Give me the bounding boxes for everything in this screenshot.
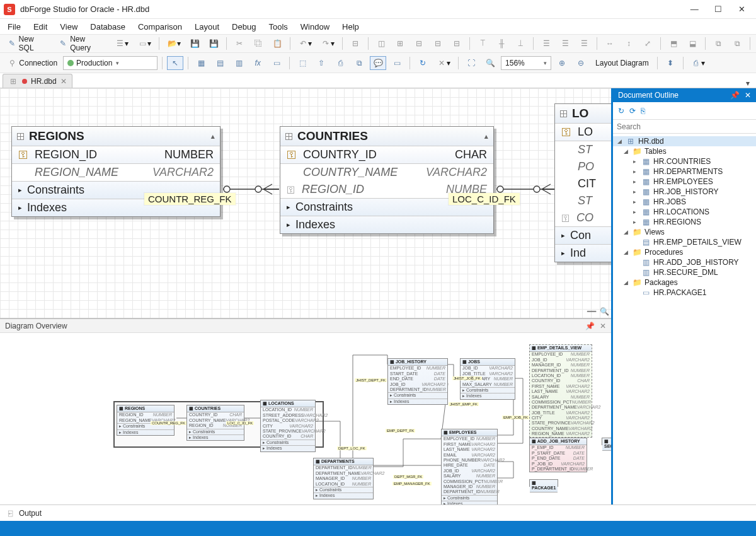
tab-hr-dbd[interactable]: ⊞ HR.dbd ✕ <box>3 74 72 88</box>
export-button[interactable]: ⇧ <box>313 56 329 70</box>
menu-comparison[interactable]: Comparison <box>135 21 185 33</box>
new-query-button[interactable]: ✎ New Query <box>55 37 110 50</box>
ov-employees[interactable]: ▦ EMPLOYEESEMPLOYEE_IDNUMBERFIRST_NAMEVA… <box>441 429 498 504</box>
size-3[interactable]: ⤢ <box>639 37 656 50</box>
refresh-icon[interactable]: ↻ <box>618 107 624 115</box>
delete-button[interactable]: ✕▾ <box>433 56 454 70</box>
expand-icon[interactable]: ▸ <box>561 249 565 257</box>
menu-file[interactable]: File <box>5 21 23 33</box>
pin-icon[interactable]: 📌 <box>730 91 740 100</box>
menu-edit[interactable]: Edit <box>31 21 50 33</box>
copy-button[interactable]: ⿻ <box>250 37 266 50</box>
undo-button[interactable]: ↶▾ <box>295 37 315 50</box>
maximize-button[interactable]: ☐ <box>707 4 729 14</box>
tree-node[interactable]: ▸▦HR.DEPARTMENTS <box>613 166 756 177</box>
tree-node[interactable]: ▥HR.ADD_JOB_HISTORY <box>613 257 756 267</box>
entity-countries[interactable]: COUNTRIES▴ COUNTRY_IDCHAR COUNTRY_NAMEVA… <box>280 126 494 234</box>
ov-add-job-history[interactable]: ▦ ADD_JOB_HISTORYP_EMP_IDNUMBERP_START_D… <box>529 438 587 472</box>
dropdown-1[interactable]: ☰▾ <box>112 37 132 50</box>
dropdown-2[interactable]: ▭▾ <box>134 37 154 50</box>
tab-close-button[interactable]: ✕ <box>60 77 67 86</box>
align-left-button[interactable]: ⊟ <box>347 37 364 50</box>
ov-job-history[interactable]: ▦ JOB_HISTORYEMPLOYEE_IDNUMBERSTART_DATE… <box>387 358 448 405</box>
ov-secure-dml[interactable]: ▦ SECURE_DML <box>602 438 611 445</box>
redo-button[interactable]: ↷▾ <box>318 37 338 50</box>
collapse-icon[interactable]: ▴ <box>211 132 215 141</box>
tree-node[interactable]: ▸▦HR.REGIONS <box>613 217 756 227</box>
dist-v[interactable]: ☰ <box>557 37 573 50</box>
ov-regions[interactable]: ▦ REGIONSREGION_IDNUMBERREGION_NAMEVARCH… <box>117 405 175 436</box>
save-all-button[interactable]: 💾 <box>205 37 222 50</box>
pkg-button[interactable]: ▭ <box>268 56 285 70</box>
layout-btn-2[interactable]: ⊞ <box>392 37 408 50</box>
tree-node[interactable]: ▸▦HR.JOB_HISTORY <box>613 187 756 197</box>
tree-node[interactable]: ▸▦HR.LOCATIONS <box>613 207 756 217</box>
container-button[interactable]: ⬚ <box>294 56 311 70</box>
cut-button[interactable]: ✂ <box>231 37 248 50</box>
ov-package1[interactable]: ▦ PACKAGE1 <box>529 479 558 487</box>
panel-close-icon[interactable]: ✕ <box>745 91 751 100</box>
nav-icon[interactable]: ⎘ <box>641 107 645 115</box>
layout-btn-4[interactable]: ⊟ <box>430 37 446 50</box>
ov-departments[interactable]: ▦ DEPARTMENTSDEPARTMENT_IDNUMBERDEPARTME… <box>313 458 374 499</box>
new-proc-button[interactable]: ▥ <box>231 56 247 70</box>
color-button[interactable]: ▭ <box>389 56 405 70</box>
print-button[interactable]: ⎙▾ <box>688 56 708 70</box>
tree-node[interactable]: ◢📁Tables <box>613 146 756 156</box>
fk-label-countr-reg[interactable]: COUNTR_REG_FK <box>144 193 236 205</box>
dist-h[interactable]: ☰ <box>538 37 554 50</box>
size-2[interactable]: ↕ <box>621 37 637 50</box>
minimize-button[interactable]: — <box>684 4 705 14</box>
size-1[interactable]: ↔ <box>602 37 618 50</box>
tabs-dropdown[interactable]: ▾ <box>742 79 753 88</box>
align-t[interactable]: ⟙ <box>474 37 491 50</box>
pin-icon[interactable]: 📌 <box>585 322 595 330</box>
menu-layout[interactable]: Layout <box>192 21 222 33</box>
link-2[interactable]: ⧉ <box>729 37 745 50</box>
layout-btn-5[interactable]: ⊟ <box>449 37 465 50</box>
note-button[interactable]: 💬 <box>370 56 386 70</box>
search-icon[interactable]: 🔍 <box>600 307 609 316</box>
overview-canvas[interactable]: ▦ REGIONSREGION_IDNUMBERREGION_NAMEVARCH… <box>0 333 611 504</box>
fk-label-loc-c-id[interactable]: LOC_C_ID_FK <box>449 193 520 205</box>
ov-emp-details-view[interactable]: ▦ EMP_DETAILS_VIEWEMPLOYEE_IDNUMBERJOB_I… <box>529 344 592 438</box>
menu-window[interactable]: Window <box>298 21 332 33</box>
outline-tree[interactable]: ◢⊞HR.dbd◢📁Tables▸▦HR.COUNTRIES▸▦HR.DEPAR… <box>613 134 756 504</box>
align-m[interactable]: ╫ <box>493 37 510 50</box>
zoom-select[interactable]: 156% ▾ <box>501 56 551 70</box>
new-sql-button[interactable]: ✎ New SQL <box>4 37 53 50</box>
expand-icon[interactable]: ▸ <box>287 221 290 229</box>
entity-locations[interactable]: LO LO ST PO CIT ST CO ▸Con ▸Ind <box>554 103 611 262</box>
paste-button[interactable]: 📋 <box>269 37 285 50</box>
tree-node[interactable]: ◢📁Packages <box>613 277 756 288</box>
close-button[interactable]: ✕ <box>731 4 752 14</box>
arrange-1[interactable]: ⬒ <box>665 37 682 50</box>
new-view-button[interactable]: ▤ <box>212 56 228 70</box>
menu-database[interactable]: Database <box>88 21 128 33</box>
new-table-button[interactable]: ▦ <box>193 56 209 70</box>
stamp-button[interactable]: ⎙ <box>332 56 348 70</box>
expand-icon[interactable]: ▸ <box>561 231 565 240</box>
expand-icon[interactable]: ▸ <box>287 203 290 211</box>
expand-icon[interactable]: ▸ <box>18 204 22 212</box>
sync-icon[interactable]: ⟳ <box>629 107 636 115</box>
tree-node[interactable]: ▸▦HR.JOBS <box>613 197 756 207</box>
zoom-fit-button[interactable]: ⛶ <box>463 56 479 70</box>
diagram-canvas[interactable]: REGIONS▴ REGION_IDNUMBER REGION_NAMEVARC… <box>0 88 611 318</box>
menu-debug[interactable]: Debug <box>229 21 258 33</box>
pointer-tool[interactable]: ↖ <box>167 56 183 70</box>
layout-opt-button[interactable]: ⬍ <box>662 56 679 70</box>
tree-node[interactable]: ◢📁Views <box>613 227 756 237</box>
panel-close-icon[interactable]: ✕ <box>600 322 606 330</box>
align-b[interactable]: ⟘ <box>512 37 529 50</box>
tree-node[interactable]: ▭HR.PACKAGE1 <box>613 288 756 298</box>
dist-3[interactable]: ☰ <box>576 37 592 50</box>
zoom-area-button[interactable]: 🔍 <box>482 56 498 70</box>
arrange-2[interactable]: ⬓ <box>684 37 701 50</box>
outline-search-input[interactable] <box>617 122 752 131</box>
link-1[interactable]: ⧉ <box>710 37 726 50</box>
layout-diagram-label[interactable]: Layout Diagram <box>592 59 653 67</box>
menu-view[interactable]: View <box>57 21 80 33</box>
save-button[interactable]: 💾 <box>186 37 203 50</box>
expand-icon[interactable]: ▸ <box>18 186 22 194</box>
